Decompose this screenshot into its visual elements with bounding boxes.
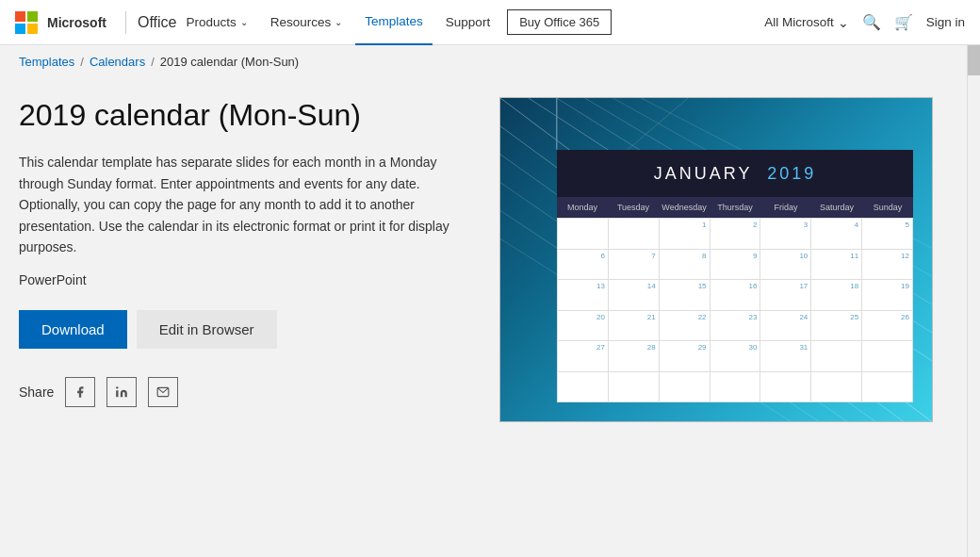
calendar-preview: January 2019 Monday Tuesday Wednesday Th…	[499, 97, 933, 422]
app-label: PowerPoint	[19, 272, 462, 287]
main-content: 2019 calendar (Mon-Sun) This calendar te…	[0, 78, 980, 460]
edit-in-browser-button[interactable]: Edit in Browser	[137, 310, 277, 349]
cal-cell-4: 3	[760, 219, 811, 250]
calendar-month-header: January 2019	[557, 150, 913, 197]
cal-cell-9: 8	[660, 250, 710, 281]
cart-icon[interactable]: 🛒	[894, 13, 913, 31]
nav-support[interactable]: Support	[436, 0, 499, 45]
nav-resources[interactable]: Resources ⌄	[261, 0, 352, 45]
nav-items: Products ⌄ Resources ⌄ Templates Support…	[177, 0, 765, 45]
day-monday: Monday	[557, 197, 608, 218]
facebook-share-icon[interactable]	[65, 377, 95, 407]
linkedin-share-icon[interactable]	[106, 377, 137, 407]
day-thursday: Thursday	[710, 197, 760, 218]
cal-cell-19: 18	[811, 280, 862, 311]
cal-cell-31: 30	[710, 341, 761, 372]
cal-cell-30: 29	[660, 341, 710, 372]
cal-cell-22: 21	[609, 311, 660, 342]
day-saturday: Saturday	[811, 197, 862, 218]
cal-cell-5: 4	[811, 219, 862, 250]
cal-cell-17: 16	[710, 280, 761, 311]
search-icon[interactable]: 🔍	[862, 13, 881, 31]
cal-cell-28: 27	[558, 341, 609, 372]
cal-cell-29: 28	[609, 341, 660, 372]
calendar-month-label: January 2019	[654, 164, 816, 184]
svg-point-0	[117, 387, 119, 389]
nav-right: All Microsoft ⌄ 🔍 🛒 Sign in	[764, 13, 965, 31]
share-row: Share	[19, 377, 462, 407]
left-panel: 2019 calendar (Mon-Sun) This calendar te…	[19, 97, 462, 407]
breadcrumb-templates[interactable]: Templates	[19, 55, 74, 69]
all-microsoft-dropdown[interactable]: All Microsoft ⌄	[764, 15, 849, 30]
scrollbar[interactable]	[967, 0, 980, 460]
calendar-grid: 1234567891011121314151617181920212223242…	[557, 218, 913, 402]
day-sunday: Sunday	[862, 197, 913, 218]
cal-cell-38	[710, 372, 761, 403]
cal-cell-24: 23	[710, 311, 761, 342]
calendar-year-label: 2019	[767, 164, 816, 183]
calendar-day-headers: Monday Tuesday Wednesday Thursday Friday…	[557, 197, 913, 218]
cal-cell-8: 7	[609, 250, 660, 281]
cal-cell-39	[760, 372, 811, 403]
cal-cell-0	[558, 219, 609, 250]
nav-divider	[125, 11, 126, 34]
cal-cell-21: 20	[558, 311, 609, 342]
cal-cell-13: 12	[862, 250, 913, 281]
buy-office-button[interactable]: Buy Office 365	[507, 9, 612, 35]
action-buttons: Download Edit in Browser	[19, 310, 462, 349]
navbar: Microsoft Office Products ⌄ Resources ⌄ …	[0, 0, 980, 45]
day-friday: Friday	[760, 197, 811, 218]
nav-products[interactable]: Products ⌄	[177, 0, 257, 45]
share-label: Share	[19, 385, 54, 400]
cal-cell-33	[811, 341, 862, 372]
download-button[interactable]: Download	[19, 310, 127, 349]
cal-cell-34	[862, 341, 913, 372]
cal-cell-1	[609, 219, 660, 250]
cal-cell-2: 1	[660, 219, 710, 250]
cal-cell-32: 31	[760, 341, 811, 372]
cal-cell-40	[811, 372, 862, 403]
cal-cell-27: 26	[862, 311, 913, 342]
day-tuesday: Tuesday	[608, 197, 659, 218]
cal-cell-20: 19	[862, 280, 913, 311]
cal-cell-25: 24	[760, 311, 811, 342]
office-brand[interactable]: Office	[138, 14, 177, 31]
breadcrumb-sep-2: /	[151, 55, 155, 69]
cal-cell-12: 11	[811, 250, 862, 281]
page-title: 2019 calendar (Mon-Sun)	[19, 97, 462, 133]
product-description: This calendar template has separate slid…	[19, 152, 462, 257]
cal-cell-23: 22	[660, 311, 710, 342]
nav-templates[interactable]: Templates	[355, 0, 433, 45]
cal-cell-36	[609, 372, 660, 403]
cal-cell-26: 25	[811, 311, 862, 342]
breadcrumb-sep-1: /	[80, 55, 84, 69]
cal-cell-10: 9	[710, 250, 761, 281]
logo-area[interactable]: Microsoft	[15, 11, 106, 34]
email-share-icon[interactable]	[148, 377, 178, 407]
breadcrumb-current: 2019 calendar (Mon-Sun)	[160, 55, 299, 69]
day-wednesday: Wednesday	[659, 197, 710, 218]
cal-cell-16: 15	[660, 280, 710, 311]
breadcrumb: Templates / Calendars / 2019 calendar (M…	[0, 45, 980, 78]
cal-cell-14: 13	[558, 280, 609, 311]
microsoft-wordmark: Microsoft	[47, 15, 106, 30]
cal-cell-3: 2	[710, 219, 761, 250]
resources-chevron-icon: ⌄	[335, 17, 342, 27]
all-microsoft-chevron-icon: ⌄	[838, 15, 849, 30]
cal-cell-37	[660, 372, 710, 403]
cal-cell-7: 6	[558, 250, 609, 281]
cal-cell-35	[558, 372, 609, 403]
cal-cell-18: 17	[760, 280, 811, 311]
microsoft-logo	[15, 11, 38, 34]
sign-in-link[interactable]: Sign in	[926, 15, 965, 29]
breadcrumb-calendars[interactable]: Calendars	[90, 55, 145, 69]
cal-cell-41	[862, 372, 913, 403]
cal-cell-15: 14	[609, 280, 660, 311]
products-chevron-icon: ⌄	[240, 17, 248, 27]
right-panel: January 2019 Monday Tuesday Wednesday Th…	[499, 97, 933, 422]
cal-cell-6: 5	[862, 219, 913, 250]
cal-cell-11: 10	[760, 250, 811, 281]
